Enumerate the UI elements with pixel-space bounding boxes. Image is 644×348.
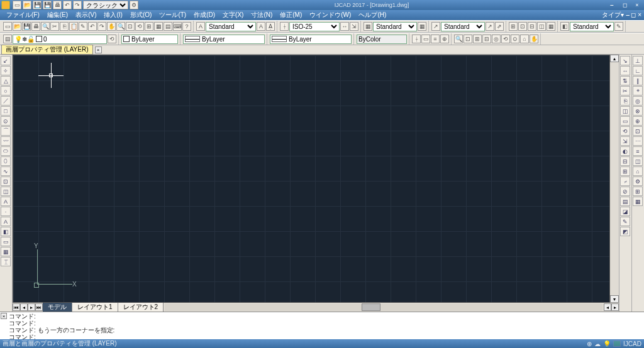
text-tool-icon[interactable]: A <box>257 22 265 31</box>
mleader-tool2-icon[interactable]: ⇗ <box>495 22 504 31</box>
menu-help[interactable]: ヘルプ(H) <box>355 10 390 20</box>
z9-icon[interactable]: ✋ <box>530 35 538 43</box>
draw-tool-12-icon[interactable]: ⊡ <box>1 177 11 186</box>
table-style-select[interactable]: Standard <box>373 22 417 31</box>
scroll-right-icon[interactable]: ▸ <box>611 303 619 311</box>
status-comm-icon[interactable]: ⊕ <box>587 340 592 347</box>
draw-tool-6-icon[interactable]: ⊙ <box>1 116 11 126</box>
modify-tool-4-icon[interactable]: ⎘ <box>620 96 630 106</box>
draw-tool-9-icon[interactable]: ⬭ <box>1 146 11 156</box>
draw-tool-11-icon[interactable]: ∿ <box>1 166 11 176</box>
modify-tool-10-icon[interactable]: ⊟ <box>620 156 630 166</box>
scroll-down-icon[interactable]: ▾ <box>610 295 619 303</box>
osnap-tool-2-icon[interactable]: ∥ <box>633 76 643 85</box>
draw-tool-3-icon[interactable]: ○ <box>1 86 11 95</box>
menu-draw[interactable]: 作成(D) <box>190 10 219 20</box>
area-icon[interactable]: ▭ <box>421 35 430 43</box>
modify-tool-17-icon[interactable]: ◩ <box>620 227 630 236</box>
open-icon[interactable]: 📂 <box>23 1 31 9</box>
draw-tool-17-icon[interactable]: ◧ <box>1 227 11 236</box>
osnap-tool-7-icon[interactable]: ⊡ <box>633 126 643 136</box>
layer-manager-icon[interactable]: ▤ <box>3 35 12 43</box>
layer-select[interactable]: 💡 ❄ 🔓 0 <box>13 35 107 44</box>
paste-icon[interactable]: 📋 <box>69 22 78 31</box>
menu-text[interactable]: 文字(X) <box>219 10 247 20</box>
vertical-scrollbar[interactable]: ▴ ▾ <box>610 55 619 303</box>
modify-tool-6-icon[interactable]: ▭ <box>620 116 630 126</box>
osnap-tool-12-icon[interactable]: ⚙ <box>633 177 643 186</box>
modify-tool-9-icon[interactable]: ◐ <box>620 146 630 156</box>
mleader-style-select[interactable]: Standard <box>441 22 485 31</box>
z7-icon[interactable]: ⊙ <box>511 35 519 43</box>
modify-tool-5-icon[interactable]: ◫ <box>620 106 630 116</box>
text-tool2-icon[interactable]: Ạ <box>266 22 275 31</box>
draw-tool-7-icon[interactable]: ⌒ <box>1 126 11 136</box>
plot-icon[interactable]: 🖶 <box>31 22 40 31</box>
scroll-left-icon[interactable]: ◂ <box>604 303 611 311</box>
print-icon[interactable]: 🖶 <box>53 1 62 9</box>
minimize-button[interactable]: ‒ <box>606 1 618 9</box>
dim-tool2-icon[interactable]: ⇲ <box>350 22 358 31</box>
vtool1-icon[interactable]: ⊞ <box>509 22 518 31</box>
osnap-tool-4-icon[interactable]: ◎ <box>633 96 643 106</box>
lineweight-select[interactable]: ByLayer <box>270 35 352 44</box>
zoom-prev-icon[interactable]: ⟲ <box>135 22 144 31</box>
layer-prev-icon[interactable]: ⟲ <box>108 35 116 43</box>
vtool3-icon[interactable]: ⊟ <box>528 22 536 31</box>
plotstyle-select[interactable]: ByColor <box>357 35 407 44</box>
status-cloud-icon[interactable]: ☁ <box>594 340 601 347</box>
misc-tool-icon[interactable]: ✎ <box>614 22 623 31</box>
modify-tool-0-icon[interactable]: ↘ <box>620 56 630 65</box>
match-icon[interactable]: ✎ <box>79 22 87 31</box>
modify-tool-13-icon[interactable]: ⊘ <box>620 187 630 196</box>
misc-style-icon[interactable]: ◧ <box>560 22 569 31</box>
table-style-icon[interactable]: ▦ <box>364 22 372 31</box>
modify-tool-2-icon[interactable]: ⇅ <box>620 76 630 85</box>
text-style-select[interactable]: Standard <box>206 22 256 31</box>
vtool5-icon[interactable]: ▦ <box>547 22 555 31</box>
zoom-rt-icon[interactable]: 🔍 <box>116 22 125 31</box>
misc-style-select[interactable]: Standard <box>570 22 614 31</box>
workspace-selector[interactable]: クラシック <box>83 1 128 9</box>
menu-view[interactable]: 表示(V) <box>72 10 100 20</box>
list-icon[interactable]: ≡ <box>431 35 440 43</box>
close-button[interactable]: × <box>631 1 643 9</box>
modify-tool-8-icon[interactable]: ⇲ <box>620 136 630 146</box>
osnap-tool-14-icon[interactable]: ▦ <box>633 197 643 206</box>
copy-icon[interactable]: ⎘ <box>60 22 69 31</box>
z6-icon[interactable]: ⟲ <box>501 35 510 43</box>
modify-tool-1-icon[interactable]: ↔ <box>620 66 630 75</box>
save-icon[interactable]: 💾 <box>33 1 42 9</box>
redo-icon[interactable]: ↷ <box>73 1 82 9</box>
doc-tab[interactable]: 画層プロパティ管理 (LAYER) <box>1 45 93 55</box>
draw-tool-0-icon[interactable]: ↙ <box>1 56 11 65</box>
preview-icon[interactable]: 🔍 <box>41 22 50 31</box>
doc-tab-close-icon[interactable]: × <box>95 46 102 53</box>
menu-insert[interactable]: 挿入(I) <box>100 10 126 20</box>
dim-style-select[interactable]: ISO-25 <box>289 22 340 31</box>
z3-icon[interactable]: ⊞ <box>473 35 482 43</box>
draw-tool-2-icon[interactable]: △ <box>1 76 11 85</box>
cut-icon[interactable]: ✂ <box>50 22 59 31</box>
draw-tool-14-icon[interactable]: A <box>1 197 11 206</box>
layout1-tab[interactable]: レイアウト1 <box>72 303 118 312</box>
modify-tool-12-icon[interactable]: ⌿ <box>620 177 630 186</box>
modify-tool-11-icon[interactable]: ⊞ <box>620 166 630 176</box>
draw-tool-10-icon[interactable]: ⬯ <box>1 156 11 166</box>
osnap-tool-3-icon[interactable]: ⌖ <box>633 86 643 95</box>
dcenter-icon[interactable]: ▦ <box>154 22 163 31</box>
mleader-style-icon[interactable]: ↗ <box>431 22 440 31</box>
menu-dimension[interactable]: 寸法(N) <box>247 10 276 20</box>
osnap-tool-1-icon[interactable]: ∟ <box>633 66 643 75</box>
props-icon[interactable]: ⊞ <box>145 22 153 31</box>
draw-tool-5-icon[interactable]: □ <box>1 106 11 116</box>
color-select[interactable]: ByLayer <box>121 35 178 44</box>
draw-tool-16-icon[interactable]: A <box>1 217 11 226</box>
new-file-icon[interactable]: ▭ <box>3 22 12 31</box>
zoom-win-icon[interactable]: ⊡ <box>126 22 135 31</box>
layout2-tab[interactable]: レイアウト2 <box>118 303 164 312</box>
z2-icon[interactable]: ⊡ <box>464 35 472 43</box>
maximize-button[interactable]: ◻ <box>619 1 630 9</box>
osnap-tool-8-icon[interactable]: ⋯ <box>633 136 643 146</box>
osnap-tool-11-icon[interactable]: ⌂ <box>633 166 643 176</box>
